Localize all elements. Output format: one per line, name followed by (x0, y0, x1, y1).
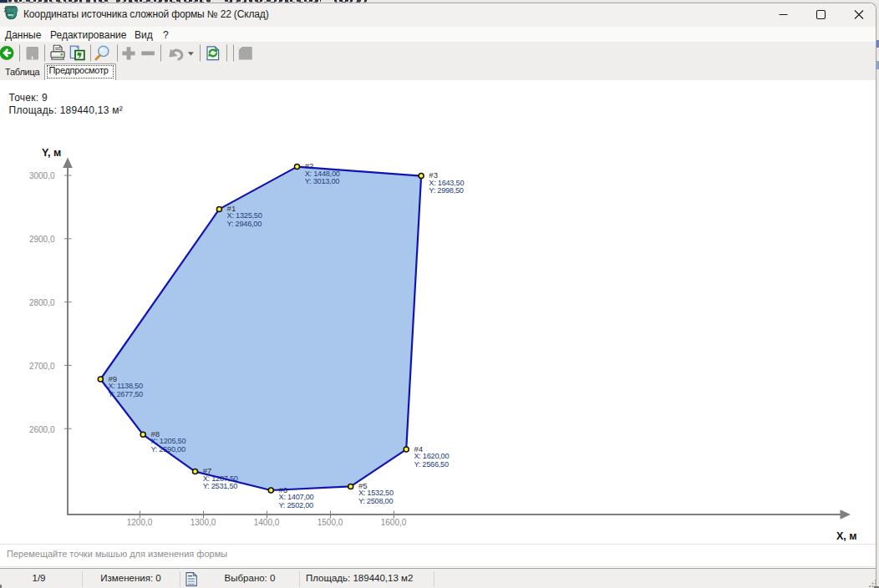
svg-text:X: 1532,50: X: 1532,50 (358, 489, 394, 497)
svg-text:Y: 2998,50: Y: 2998,50 (429, 186, 464, 195)
svg-text:Y, м: Y, м (42, 147, 61, 159)
svg-text:3000,0: 3000,0 (29, 171, 55, 180)
svg-text:X, м: X, м (836, 530, 857, 542)
svg-text:X: 1620,00: X: 1620,00 (414, 452, 449, 460)
svg-text:Y: 2502,00: Y: 2502,00 (279, 501, 314, 509)
svg-text:1300,0: 1300,0 (191, 518, 216, 527)
svg-text:X: 1325,50: X: 1325,50 (227, 211, 262, 220)
svg-text:2900,0: 2900,0 (29, 235, 55, 244)
svg-text:ЭКО: ЭКО (4, 7, 18, 14)
svg-text:Y: 2946,00: Y: 2946,00 (227, 220, 262, 228)
svg-text:1600,0: 1600,0 (381, 518, 407, 527)
svg-text:X: 1138,50: X: 1138,50 (109, 382, 143, 390)
svg-text:X: 1407,00: X: 1407,00 (279, 493, 314, 501)
svg-text:1200,0: 1200,0 (127, 518, 153, 527)
svg-text:2700,0: 2700,0 (29, 362, 55, 371)
svg-text:2600,0: 2600,0 (29, 425, 55, 434)
svg-text:Y: 2566,50: Y: 2566,50 (414, 460, 449, 469)
svg-text:2800,0: 2800,0 (29, 298, 55, 307)
svg-text:X: 1643,50: X: 1643,50 (429, 179, 464, 187)
svg-text:Y: 2531,50: Y: 2531,50 (203, 482, 238, 490)
svg-text:1500,0: 1500,0 (318, 518, 343, 527)
svg-text:Y: 2508,00: Y: 2508,00 (358, 497, 394, 505)
svg-text:1400,0: 1400,0 (254, 518, 280, 527)
svg-text:X: 1448,00: X: 1448,00 (305, 170, 340, 178)
svg-text:Y: 3013,00: Y: 3013,00 (305, 177, 340, 185)
